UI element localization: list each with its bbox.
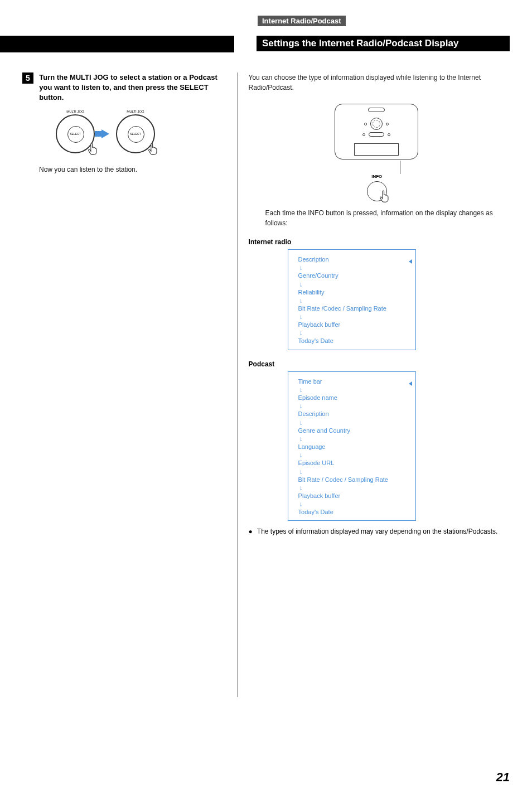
info-button-label: INFO xyxy=(371,174,383,179)
page-heading: Settings the Internet Radio/Podcast Disp… xyxy=(257,36,510,51)
step-row: 5 Turn the MULTI JOG to select a station… xyxy=(22,72,226,103)
jog-select-label: SELECT xyxy=(130,132,141,136)
down-arrow-icon: ↓ xyxy=(299,452,405,458)
info-press-text: Each time the INFO button is pressed, in… xyxy=(265,208,510,228)
note-text: The types of information displayed may v… xyxy=(257,526,498,536)
step-number-badge: 5 xyxy=(22,72,33,84)
device-outline-icon xyxy=(335,104,418,159)
down-arrow-icon: ↓ xyxy=(299,297,405,304)
info-button-icon xyxy=(367,181,387,201)
down-arrow-icon: ↓ xyxy=(299,313,405,320)
down-arrow-icon: ↓ xyxy=(299,419,405,426)
internet-radio-flow-box: Description ↓ Genre/Country ↓ Reliabilit… xyxy=(288,249,416,350)
flow-item: Description xyxy=(298,255,405,263)
flow-item: Playback buffer xyxy=(298,492,405,500)
flow-item: Reliability xyxy=(298,288,405,296)
flow-item: Today's Date xyxy=(298,508,405,516)
flow-item: Genre/Country xyxy=(298,272,405,279)
flow-item: Episode URL xyxy=(298,459,405,467)
podcast-flow-box: Time bar ↓ Episode name ↓ Description ↓ … xyxy=(288,371,416,521)
hand-pointer-icon xyxy=(147,142,159,157)
jog-label: MULTI JOG xyxy=(57,110,94,113)
down-arrow-icon: ↓ xyxy=(299,485,405,491)
hand-pointer-icon xyxy=(379,190,391,204)
down-arrow-icon: ↓ xyxy=(299,330,405,336)
step-instruction: Turn the MULTI JOG to select a station o… xyxy=(39,72,218,103)
down-arrow-icon: ↓ xyxy=(299,436,405,442)
flow-item: Genre and Country xyxy=(298,427,405,434)
hand-pointer-icon xyxy=(87,142,99,157)
down-arrow-icon: ↓ xyxy=(299,386,405,393)
note-bullet-row: ● The types of information displayed may… xyxy=(249,526,510,536)
flow-item: Episode name xyxy=(298,394,405,402)
flow-item: Language xyxy=(298,443,405,451)
flow-item: Today's Date xyxy=(298,337,405,345)
internet-radio-subhead: Internet radio xyxy=(249,238,510,246)
jog-select-label: SELECT xyxy=(70,132,80,136)
flow-item: Bit Rate /Codec / Sampling Rate xyxy=(298,304,405,312)
down-arrow-icon: ↓ xyxy=(299,403,405,409)
bullet-icon: ● xyxy=(249,526,253,536)
flow-item: Description xyxy=(298,410,405,418)
down-arrow-icon: ↓ xyxy=(299,501,405,507)
intro-text: You can choose the type of information d… xyxy=(249,72,510,93)
jog-diagram: MULTI JOG SELECT MULTI JOG SELECT xyxy=(56,114,226,153)
section-label: Internet Radio/Podcast xyxy=(258,16,346,26)
jog-label: MULTI JOG xyxy=(117,110,154,113)
down-arrow-icon: ↓ xyxy=(299,281,405,288)
flow-item: Playback buffer xyxy=(298,321,405,328)
device-diagram: INFO xyxy=(335,104,424,201)
podcast-subhead: Podcast xyxy=(249,360,510,368)
flow-item: Time bar xyxy=(298,378,405,385)
left-black-bar xyxy=(0,36,234,52)
flow-item: Bit Rate / Codec / Sampling Rate xyxy=(298,476,405,483)
down-arrow-icon: ↓ xyxy=(299,264,405,271)
page-number: 21 xyxy=(496,770,510,785)
arrow-right-icon xyxy=(101,129,109,138)
after-step-text: Now you can listen to the station. xyxy=(39,165,226,175)
down-arrow-icon: ↓ xyxy=(299,468,405,475)
